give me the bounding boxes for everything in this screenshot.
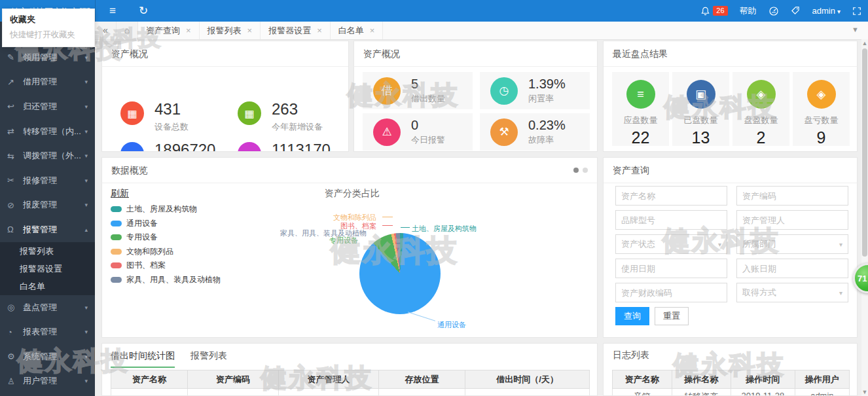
fullscreen-icon[interactable] — [852, 7, 861, 16]
notification-bell[interactable]: 26 — [700, 6, 727, 16]
sidebar-item-zhuanyi[interactable]: ⇄ 转移管理（内... ▾ — [0, 119, 95, 144]
scroll-down-arrow[interactable]: ▼ — [861, 388, 868, 396]
panel-title: 日志列表 — [604, 344, 857, 366]
topbar-right-cluster: 26 帮助 admin▾ — [700, 0, 861, 22]
tab-alarm-list-inner[interactable]: 报警列表 — [190, 350, 227, 368]
close-icon[interactable]: × — [370, 22, 375, 39]
sidebar-item-guihuan[interactable]: ↩ 归还管理 ▾ — [0, 94, 95, 119]
scan-frame-icon: ▣ — [687, 80, 715, 109]
chevron-down-icon: ▾ — [84, 54, 88, 61]
panel-title: 资产查询 — [604, 158, 857, 183]
panel-title: 数据概览 — [102, 158, 597, 183]
bell-icon — [700, 6, 710, 16]
tab-asset-query[interactable]: 资产查询 × — [138, 22, 200, 39]
database-icon: ≣ — [238, 142, 261, 152]
tab-borrow-time-chart[interactable]: 借出时间统计图 — [111, 350, 175, 368]
pie-leader-line — [382, 217, 393, 217]
sidebar-subitem-alarm-list[interactable]: 报警列表 — [0, 242, 95, 260]
legend-marker — [111, 234, 122, 240]
finance-code-input[interactable] — [615, 283, 727, 302]
legend-item[interactable]: 通用设备 — [111, 217, 221, 231]
close-icon[interactable]: × — [186, 22, 191, 39]
legend-item[interactable]: 家具、用具、装具及动植物 — [111, 273, 221, 287]
tab-alarm-list[interactable]: 报警列表 × — [200, 22, 261, 39]
tabs-more-dropdown[interactable]: ▼ — [852, 22, 859, 39]
close-icon[interactable]: × — [317, 22, 322, 39]
sidebar-item-baofei[interactable]: ⊘ 报废管理 ▾ — [0, 193, 95, 218]
legend-marker — [111, 221, 122, 226]
page-scrollbar[interactable]: ▲ ▼ — [861, 39, 868, 396]
stat-lent-count: 借 5借出数量 — [363, 72, 473, 109]
chevron-down-icon: ▾ — [84, 103, 88, 110]
carousel-dot[interactable] — [583, 168, 588, 173]
asset-code-input[interactable] — [736, 186, 848, 206]
chevron-down-icon: ▾ — [84, 353, 88, 360]
tag-icon[interactable] — [791, 6, 801, 16]
table-header-row: 资产名称 操作名称 操作时间 操作用户 — [613, 370, 850, 389]
legend-marker — [111, 277, 122, 283]
alarm-submenu: 报警列表 报警器设置 白名单 — [0, 242, 95, 295]
legend-item[interactable]: 文物和陈列品 — [111, 245, 221, 259]
home-tab[interactable]: ⌂ — [117, 22, 138, 39]
refresh-icon[interactable]: ↻ — [134, 0, 153, 22]
repair-icon: ✂ — [7, 175, 23, 185]
sidebar-item-pandian[interactable]: ◎ 盘点管理 ▾ — [0, 295, 95, 320]
acquire-method-select[interactable]: 取得方式 ▾ — [736, 283, 848, 302]
dashboard-gauge-icon[interactable] — [769, 6, 779, 16]
pie-chart[interactable] — [359, 233, 441, 314]
user-icon: ♙ — [7, 376, 23, 386]
sidebar-subitem-alarm-settings[interactable]: 报警器设置 — [0, 260, 95, 278]
tab-label: 报警器设置 — [268, 22, 311, 39]
sidebar-item-yonghu[interactable]: ♙ 用户管理 ▾ — [0, 369, 95, 394]
stat-new-value: ≣ 1113170今年新增价值 — [238, 142, 331, 152]
device-counter-icon: ▦ — [120, 101, 144, 125]
chevron-down-icon: ▾ — [84, 128, 88, 135]
reset-button[interactable]: 重置 — [655, 307, 689, 325]
sidebar-item-xitong[interactable]: ⚙ 系统管理 ▾ — [0, 344, 95, 369]
log-list-panel: 日志列表 资产名称 操作名称 操作时间 操作用户 音箱 转移资产 2019-11… — [603, 343, 858, 396]
tooltip-title: 收藏夹 — [10, 14, 87, 26]
carousel-dot-active[interactable] — [573, 168, 579, 173]
department-select[interactable]: 所属部门 ▾ — [736, 234, 848, 254]
refresh-link[interactable]: 刷新 — [111, 188, 129, 200]
legend-item[interactable]: 土地、房屋及构筑物 — [111, 202, 221, 217]
chevron-down-icon: ▾ — [839, 289, 842, 297]
tabs-scroll-left-button[interactable]: « — [95, 22, 117, 39]
use-date-input[interactable] — [615, 259, 727, 278]
entry-date-input[interactable] — [736, 259, 848, 278]
asset-name-input[interactable] — [615, 186, 727, 206]
sidebar-item-baobiao[interactable]: ◔ 报表管理 ▾ — [0, 319, 95, 344]
sidebar-subitem-whitelist[interactable]: 白名单 — [0, 278, 95, 295]
tab-bar: « ⌂ 资产查询 × 报警列表 × 报警器设置 × 白名单 × ▼ — [95, 22, 868, 40]
pie-callout: 土地、房屋及构筑物 — [412, 224, 477, 234]
chevron-down-icon: ▾ — [839, 241, 842, 248]
table-row: 音箱 转移资产 2019-11-28 admin — [613, 389, 850, 396]
close-icon[interactable]: × — [247, 22, 253, 39]
pie-legend: 土地、房屋及构筑物 通用设备 专用设备 文物和陈列品 图书、档案 家具、用具、装… — [111, 202, 221, 287]
brand-model-input[interactable] — [615, 210, 727, 230]
asset-manager-input[interactable] — [736, 210, 848, 230]
asset-overview-panel-2: 资产概况 借 5借出数量 ◷ 1.39%闲置率 ⚠ 0今日报警 ⚒ 0.23%故… — [353, 41, 598, 152]
user-menu[interactable]: admin▾ — [812, 6, 841, 16]
log-table: 资产名称 操作名称 操作时间 操作用户 音箱 转移资产 2019-11-28 a… — [612, 370, 850, 396]
tab-label: 资产查询 — [146, 22, 180, 39]
card-should-count: ≡ 应盘数量 22 — [612, 72, 669, 146]
sidebar-collapse-icon[interactable]: ≡ — [103, 0, 122, 22]
scrollbar-thumb[interactable] — [862, 48, 867, 257]
stat-idle-rate: ◷ 1.39%闲置率 — [480, 72, 590, 109]
search-button[interactable]: 查询 — [615, 307, 649, 325]
clock-icon: ◷ — [490, 77, 518, 105]
sidebar-item-baoxiu[interactable]: ✂ 报修管理 ▾ — [0, 168, 95, 193]
sidebar-item-baojing[interactable]: Ω 报警管理 ▴ — [0, 217, 95, 242]
asset-status-select[interactable]: 资产状态 ▾ — [615, 234, 727, 254]
legend-item[interactable]: 专用设备 — [111, 230, 221, 245]
sidebar-item-jieyong[interactable]: ↗ 借用管理 ▾ — [0, 70, 95, 95]
tab-alarm-settings[interactable]: 报警器设置 × — [261, 22, 331, 39]
help-link[interactable]: 帮助 — [740, 5, 757, 17]
sidebar-item-diaobo[interactable]: ⇆ 调拨管理（外... ▾ — [0, 143, 95, 168]
tab-whitelist[interactable]: 白名单 × — [331, 22, 384, 39]
legend-item[interactable]: 图书、档案 — [111, 259, 221, 273]
pie-callout: 专用设备 — [329, 236, 358, 245]
sidebar-item-lingyong[interactable]: ✎ 领用管理 ▾ — [0, 45, 95, 70]
scroll-up-arrow[interactable]: ▲ — [861, 39, 868, 47]
